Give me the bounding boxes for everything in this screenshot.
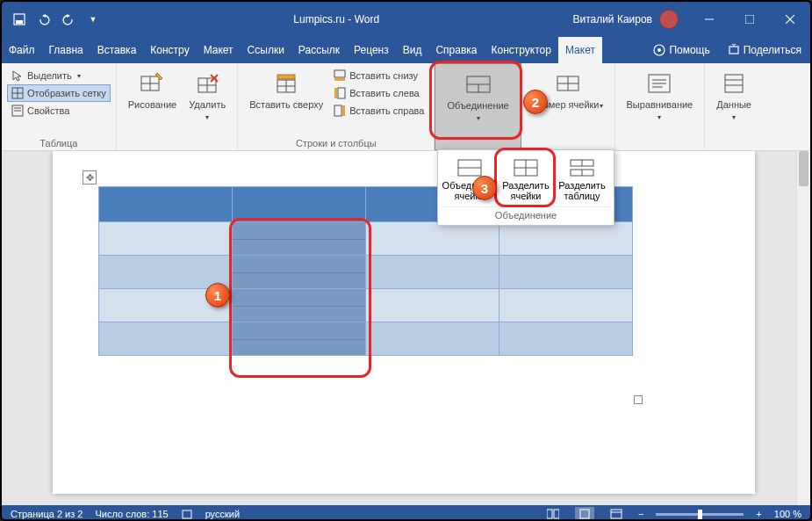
insert-above-button[interactable]: Вставить сверху — [243, 67, 329, 136]
status-page[interactable]: Страница 2 из 2 — [11, 509, 83, 519]
svg-rect-58 — [580, 510, 589, 518]
table-resize-handle[interactable] — [634, 395, 643, 404]
proofing-icon[interactable] — [181, 508, 193, 520]
ribbon-tabs: Файл Главна Вставка Констру Макет Ссылки… — [2, 37, 810, 63]
svg-rect-59 — [611, 510, 622, 518]
table-row — [99, 256, 633, 289]
ribbon: Выделить▾ Отобразить сетку Свойства Табл… — [2, 63, 810, 151]
print-layout-icon[interactable] — [575, 507, 594, 521]
marker-2: 2 — [523, 90, 548, 114]
select-button[interactable]: Выделить▾ — [7, 67, 111, 84]
svg-rect-31 — [334, 105, 341, 116]
tab-table-design[interactable]: Конструктор — [485, 37, 558, 63]
group-draw: Рисование Удалить▾ Рисование — [117, 63, 238, 150]
table-row — [99, 289, 633, 322]
data-button[interactable]: Данные▾ — [710, 67, 758, 136]
undo-icon[interactable] — [33, 9, 54, 30]
user-name[interactable]: Виталий Каиров — [572, 13, 652, 25]
group-rows-columns: Вставить сверху Вставить снизу Вставить … — [238, 63, 435, 150]
svg-rect-57 — [554, 510, 559, 518]
marker-3: 3 — [472, 176, 497, 200]
merge-dropdown-button[interactable]: Объединение▾ — [441, 68, 514, 135]
redo-icon[interactable] — [58, 9, 79, 30]
insert-below-button[interactable]: Вставить снизу — [329, 67, 428, 84]
svg-rect-43 — [725, 75, 743, 92]
tab-references[interactable]: Ссылки — [241, 37, 291, 63]
svg-rect-56 — [547, 510, 552, 518]
svg-rect-32 — [342, 105, 345, 116]
insert-left-button[interactable]: Вставить слева — [329, 84, 428, 102]
svg-rect-29 — [338, 88, 345, 98]
split-cells-button[interactable]: Разделить ячейки — [498, 154, 554, 205]
tell-me[interactable]: Помощь — [644, 37, 718, 63]
zoom-out-button[interactable]: − — [638, 509, 643, 519]
zoom-slider[interactable] — [656, 513, 744, 516]
alignment-button[interactable]: Выравнивание▾ — [621, 67, 700, 136]
vertical-scrollbar[interactable] — [796, 151, 810, 505]
svg-rect-1 — [16, 20, 23, 24]
merge-dropdown: Объединить ячейки Разделить ячейки Разде… — [437, 149, 614, 226]
maximize-button[interactable] — [729, 2, 770, 37]
group-data: Данные▾ — [705, 63, 763, 150]
table-row — [99, 222, 633, 256]
status-language[interactable]: русский — [205, 509, 240, 519]
zoom-in-button[interactable]: + — [756, 509, 761, 519]
tab-mailings[interactable]: Рассылк — [291, 37, 347, 63]
status-words[interactable]: Число слов: 115 — [95, 509, 168, 519]
share-button[interactable]: Поделиться — [719, 37, 810, 63]
split-table-button[interactable]: Разделить таблицу — [554, 154, 610, 205]
tab-design[interactable]: Констру — [143, 37, 196, 63]
window-title: Lumpics.ru - Word — [111, 13, 562, 25]
tab-help[interactable]: Справка — [428, 37, 484, 63]
tab-view[interactable]: Вид — [396, 37, 429, 63]
web-layout-icon[interactable] — [607, 507, 626, 521]
dropdown-group-label: Объединение — [442, 206, 610, 221]
properties-button[interactable]: Свойства — [7, 102, 111, 119]
insert-right-button[interactable]: Вставить справа — [329, 102, 428, 119]
svg-rect-28 — [334, 78, 345, 81]
svg-rect-3 — [745, 15, 754, 24]
tab-layout[interactable]: Макет — [197, 37, 241, 63]
tab-file[interactable]: Файл — [2, 37, 42, 63]
zoom-level[interactable]: 100 % — [774, 509, 801, 519]
marker-1: 1 — [205, 283, 230, 308]
svg-rect-55 — [183, 510, 191, 518]
close-button[interactable] — [770, 2, 810, 37]
delete-button[interactable]: Удалить▾ — [183, 67, 232, 136]
svg-rect-27 — [334, 70, 345, 77]
qat-dropdown-icon[interactable]: ▼ — [83, 9, 104, 30]
save-icon[interactable] — [9, 9, 30, 30]
svg-rect-26 — [277, 75, 295, 79]
table-row — [99, 322, 633, 356]
tab-home[interactable]: Главна — [42, 37, 90, 63]
draw-table-button[interactable]: Рисование — [122, 67, 183, 136]
group-alignment: Выравнивание▾ — [615, 63, 706, 150]
group-merge: Объединение▾ — [435, 63, 521, 150]
statusbar: Страница 2 из 2 Число слов: 115 русский … — [2, 505, 810, 521]
svg-point-7 — [658, 48, 661, 52]
table-move-handle[interactable]: ✥ — [83, 170, 97, 185]
view-gridlines-button[interactable]: Отобразить сетку — [7, 84, 111, 102]
titlebar: ▼ Lumpics.ru - Word Виталий Каиров — [2, 2, 810, 37]
avatar[interactable] — [659, 10, 679, 29]
document-area: ✥ 1 — [2, 151, 810, 505]
tab-insert[interactable]: Вставка — [90, 37, 144, 63]
group-table: Выделить▾ Отобразить сетку Свойства Табл… — [2, 63, 117, 150]
read-mode-icon[interactable] — [543, 507, 563, 521]
svg-rect-8 — [729, 47, 738, 54]
svg-rect-30 — [334, 88, 337, 98]
tab-review[interactable]: Реценз — [347, 37, 396, 63]
minimize-button[interactable] — [689, 2, 729, 37]
tab-table-layout[interactable]: Макет — [558, 37, 602, 63]
